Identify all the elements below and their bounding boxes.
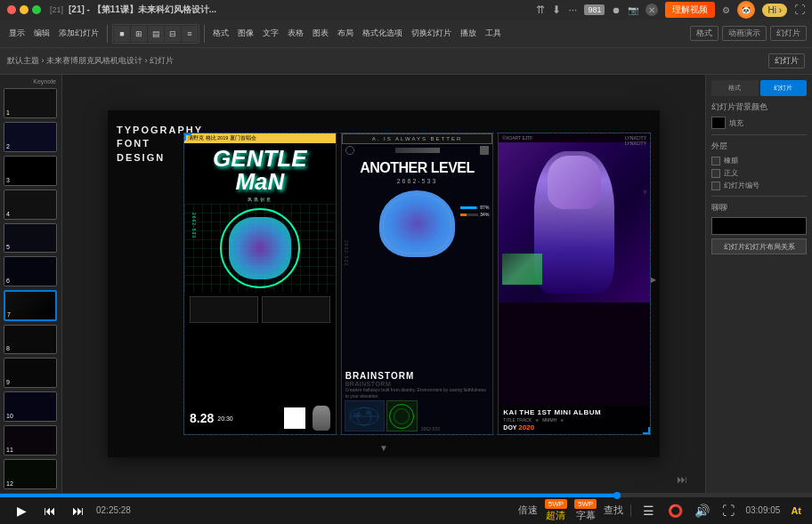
next-button[interactable]: ⏭ (68, 500, 89, 521)
maximize-button[interactable] (32, 5, 41, 14)
toolbar-text[interactable]: 文字 (259, 26, 282, 41)
rs-link-btn[interactable]: 幻灯片幻灯片布局关系 (711, 238, 807, 254)
rs-exterior-label: 外层 (711, 141, 807, 152)
toolbar-table[interactable]: 表格 (284, 26, 307, 41)
canvas-bottom-controls: ⏭ (677, 473, 687, 486)
at-label[interactable]: At (791, 505, 801, 516)
slide-panel: Keynote 1 2 3 4 5 6 7 (0, 75, 62, 493)
slide-thumb-1[interactable]: 1 (4, 88, 57, 118)
minimize-button[interactable] (20, 5, 28, 14)
toolbar-layout[interactable]: 布局 (334, 26, 357, 41)
slide-thumb-5[interactable]: 5 (4, 223, 57, 254)
toolbar-format-2[interactable]: ⊞ (131, 26, 147, 42)
poster-2-anotherlevel[interactable]: A. IS ALWAYS BETTER ANOTHER LEVEL 2662-5… (341, 133, 494, 435)
rs-slide-tab[interactable]: 幻灯片 (770, 26, 807, 41)
share-icon[interactable]: ⇈ (536, 4, 545, 16)
slide-thumb-3[interactable]: 3 (4, 156, 57, 186)
poster-1-subtitle: 凤凰创意 (184, 197, 336, 204)
progress-filled (0, 494, 617, 497)
loop-icon[interactable]: ⭕ (665, 501, 685, 520)
speed-label[interactable]: 倍速 (518, 504, 538, 517)
poster-3-bottom: KAI THE 1ST MINI ALBUM TITLE TRACK ☣ MMM… (499, 406, 650, 434)
rs-animate-tab[interactable]: 动画演示 (722, 26, 767, 41)
progress-bar[interactable] (0, 494, 812, 497)
rs-color-fill-box[interactable] (711, 217, 807, 235)
poster-2-toprow (342, 144, 493, 157)
poster-3-kai[interactable]: ©XOART EJTF LYNXCITY KAI LYNXCITY 干 (498, 133, 651, 435)
poster-2-bottom: 2662-533 (342, 398, 493, 434)
rs-color-box[interactable] (711, 117, 726, 129)
right-sidebar: 格式 幻灯片 幻灯片背景颜色 填充 外层 橡腊 正义 幻灯片编号 (705, 75, 812, 493)
rs-exterior-section: 外层 橡腊 正义 幻灯片编号 (711, 141, 807, 190)
rs-checkbox-num[interactable] (711, 181, 720, 190)
toolbar-chart[interactable]: 图表 (309, 26, 332, 41)
poster-1-gentleman[interactable]: 满野克 格比 2019 厦门首唱会 GENTLEMaN 凤凰创意 (183, 133, 337, 435)
settings-icon[interactable]: ⚙ (722, 5, 730, 15)
rs-option-num: 幻灯片编号 (711, 181, 807, 190)
rs-tab-slide[interactable]: 幻灯片 (760, 80, 808, 96)
subtitle-label[interactable]: 字幕 (576, 509, 596, 522)
poster-2-stats: 87% 34% (460, 205, 489, 217)
svg-rect-4 (353, 413, 361, 417)
poster-container: 满野克 格比 2019 厦门首唱会 GENTLEMaN 凤凰创意 (183, 133, 651, 435)
slide-thumb-4[interactable]: 4 (4, 189, 57, 220)
toolbar-format-5[interactable]: ≡ (182, 26, 198, 42)
subtitle-badge: 5WP (574, 499, 597, 509)
toolbar-tools[interactable]: 工具 (482, 26, 505, 41)
poster-3-corner: LYNXCITY (625, 141, 646, 146)
rs-format-tab[interactable]: 格式 (690, 26, 719, 41)
download-icon[interactable]: ⬇ (552, 4, 561, 16)
progress-handle[interactable] (613, 492, 621, 499)
toolbar-image[interactable]: 图像 (234, 26, 257, 41)
slide-thumb-9[interactable]: 9 (4, 358, 57, 388)
poster-2-brain (342, 184, 493, 264)
poster-1-time: 20:30 (217, 415, 233, 422)
slide-thumb-11[interactable]: 11 (4, 425, 57, 455)
screen-record-icon[interactable]: ⏺ (612, 5, 621, 15)
rs-tab-format[interactable]: 格式 (711, 80, 759, 96)
quality-label[interactable]: 超清 (546, 509, 565, 522)
slide-canvas[interactable]: TYPOGRAPHY FONT DESIGN 满野克 格比 2019 厦门首唱会… (108, 110, 660, 457)
toolbar-format-text[interactable]: 格式 (209, 26, 232, 41)
slide-thumb-2[interactable]: 2 (4, 122, 57, 152)
rs-border-label: 橡腊 (724, 156, 738, 165)
prev-button[interactable]: ⏮ (39, 500, 61, 521)
fullscreen-icon[interactable]: ⛶ (719, 501, 738, 520)
toolbar-add-slide[interactable]: 添加幻灯片 (55, 26, 102, 41)
rs-fill-label: 填充 (729, 118, 743, 128)
slide-thumb-7[interactable]: 7 (4, 290, 57, 320)
slide-thumb-6[interactable]: 6 (4, 256, 57, 286)
toolbar-format-3[interactable]: ▤ (148, 26, 164, 42)
more-icon[interactable]: ··· (568, 4, 577, 16)
skip-end-icon[interactable]: ⏭ (677, 473, 687, 486)
close-button[interactable] (7, 5, 16, 14)
play-button[interactable]: ▶ (11, 500, 32, 521)
expand-icon[interactable]: ⛶ (794, 4, 805, 16)
total-time: 03:09:05 (745, 505, 780, 515)
canvas-area: TYPOGRAPHY FONT DESIGN 满野克 格比 2019 厦门首唱会… (62, 75, 705, 493)
understand-video-button[interactable]: 理解视频 (665, 2, 715, 18)
playlist-icon[interactable]: ☰ (638, 501, 658, 520)
toolbar-edit[interactable]: 编辑 (30, 26, 53, 41)
volume-icon[interactable]: 🔊 (692, 501, 711, 520)
toolbar-format-opts[interactable]: 格式化选项 (359, 26, 406, 41)
kai-year: DOY 2020 (503, 423, 646, 431)
toolbar-show[interactable]: 显示 (5, 26, 28, 41)
rs-checkbox-meaning[interactable] (711, 169, 720, 178)
toolbar-slide-switch[interactable]: 切换幻灯片 (408, 26, 455, 41)
rs-tab-group: 格式 幻灯片 (711, 80, 807, 96)
avatar[interactable]: 🐼 (737, 1, 755, 19)
camera-icon[interactable]: 📷 (628, 5, 638, 15)
hi-button[interactable]: Hi › (762, 4, 787, 17)
toolbar-format-4[interactable]: ⊟ (165, 26, 181, 42)
search-label[interactable]: 查找 (604, 504, 623, 517)
slide-thumb-12[interactable]: 12 (4, 459, 57, 489)
close-x-icon[interactable]: ✕ (646, 4, 658, 16)
p2-side-num: 2662-533 (344, 240, 349, 266)
rs-checkbox-border[interactable] (711, 157, 720, 165)
slide-thumb-10[interactable]: 10 (4, 391, 57, 422)
toolbar-play[interactable]: 播放 (457, 26, 480, 41)
slide-thumb-8[interactable]: 8 (4, 325, 57, 355)
toolbar-format-1[interactable]: ■ (114, 26, 130, 42)
slide-path-input[interactable]: 幻灯片 (768, 53, 805, 69)
